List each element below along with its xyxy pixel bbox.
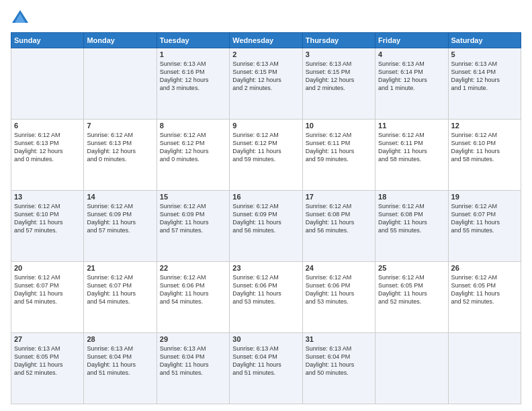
cell-content: Sunrise: 6:13 AM Sunset: 6:14 PM Dayligh…	[378, 60, 445, 93]
day-number: 24	[306, 264, 372, 272]
calendar-cell: 24Sunrise: 6:12 AM Sunset: 6:06 PM Dayli…	[302, 262, 375, 333]
calendar-page: SundayMondayTuesdayWednesdayThursdayFrid…	[0, 0, 532, 411]
day-number: 9	[232, 122, 299, 130]
day-number: 23	[232, 264, 299, 272]
cell-content: Sunrise: 6:12 AM Sunset: 6:06 PM Dayligh…	[232, 273, 299, 306]
calendar-cell: 7Sunrise: 6:12 AM Sunset: 6:13 PM Daylig…	[84, 120, 157, 191]
day-number: 29	[160, 335, 226, 343]
day-number: 12	[451, 122, 518, 130]
calendar-cell: 5Sunrise: 6:13 AM Sunset: 6:14 PM Daylig…	[448, 48, 521, 120]
cell-content: Sunrise: 6:12 AM Sunset: 6:05 PM Dayligh…	[378, 273, 445, 306]
day-number: 8	[160, 122, 226, 130]
cell-content: Sunrise: 6:13 AM Sunset: 6:04 PM Dayligh…	[160, 345, 226, 377]
header	[11, 8, 521, 27]
day-number: 16	[232, 193, 299, 201]
cell-content: Sunrise: 6:12 AM Sunset: 6:06 PM Dayligh…	[306, 273, 372, 306]
calendar-cell: 10Sunrise: 6:12 AM Sunset: 6:11 PM Dayli…	[302, 120, 375, 191]
calendar-week-1: 1Sunrise: 6:13 AM Sunset: 6:16 PM Daylig…	[11, 48, 521, 120]
cell-content: Sunrise: 6:12 AM Sunset: 6:11 PM Dayligh…	[306, 131, 372, 164]
calendar-cell	[375, 333, 448, 404]
cell-content: Sunrise: 6:12 AM Sunset: 6:07 PM Dayligh…	[451, 202, 518, 235]
calendar-header: SundayMondayTuesdayWednesdayThursdayFrid…	[11, 33, 521, 48]
cell-content: Sunrise: 6:12 AM Sunset: 6:07 PM Dayligh…	[87, 273, 153, 306]
calendar-cell: 20Sunrise: 6:12 AM Sunset: 6:07 PM Dayli…	[11, 262, 84, 333]
calendar-cell: 13Sunrise: 6:12 AM Sunset: 6:10 PM Dayli…	[11, 191, 84, 262]
weekday-header-wednesday: Wednesday	[230, 33, 302, 48]
calendar-cell: 25Sunrise: 6:12 AM Sunset: 6:05 PM Dayli…	[375, 262, 448, 333]
calendar-cell: 15Sunrise: 6:12 AM Sunset: 6:09 PM Dayli…	[157, 191, 229, 262]
calendar-table: SundayMondayTuesdayWednesdayThursdayFrid…	[11, 32, 521, 404]
calendar-cell: 17Sunrise: 6:12 AM Sunset: 6:08 PM Dayli…	[302, 191, 375, 262]
weekday-header-sunday: Sunday	[11, 33, 84, 48]
cell-content: Sunrise: 6:12 AM Sunset: 6:05 PM Dayligh…	[451, 273, 518, 306]
day-number: 1	[160, 50, 226, 58]
calendar-cell	[84, 48, 157, 120]
calendar-cell: 18Sunrise: 6:12 AM Sunset: 6:08 PM Dayli…	[375, 191, 448, 262]
calendar-cell	[11, 48, 84, 120]
cell-content: Sunrise: 6:12 AM Sunset: 6:08 PM Dayligh…	[306, 202, 372, 235]
calendar-week-5: 27Sunrise: 6:13 AM Sunset: 6:05 PM Dayli…	[11, 333, 521, 404]
day-number: 19	[451, 193, 518, 201]
cell-content: Sunrise: 6:12 AM Sunset: 6:13 PM Dayligh…	[87, 131, 153, 164]
weekday-header-friday: Friday	[375, 33, 448, 48]
cell-content: Sunrise: 6:13 AM Sunset: 6:15 PM Dayligh…	[232, 60, 299, 93]
calendar-cell: 9Sunrise: 6:12 AM Sunset: 6:12 PM Daylig…	[230, 120, 302, 191]
cell-content: Sunrise: 6:12 AM Sunset: 6:12 PM Dayligh…	[160, 131, 226, 164]
logo-icon	[11, 8, 30, 27]
day-number: 20	[14, 264, 81, 272]
day-number: 28	[87, 335, 153, 343]
calendar-cell: 1Sunrise: 6:13 AM Sunset: 6:16 PM Daylig…	[157, 48, 229, 120]
day-number: 4	[378, 50, 445, 58]
cell-content: Sunrise: 6:13 AM Sunset: 6:16 PM Dayligh…	[160, 60, 226, 93]
calendar-cell: 2Sunrise: 6:13 AM Sunset: 6:15 PM Daylig…	[230, 48, 302, 120]
weekday-header-row: SundayMondayTuesdayWednesdayThursdayFrid…	[11, 33, 521, 48]
cell-content: Sunrise: 6:12 AM Sunset: 6:12 PM Dayligh…	[232, 131, 299, 164]
day-number: 11	[378, 122, 445, 130]
day-number: 15	[160, 193, 226, 201]
calendar-cell: 28Sunrise: 6:13 AM Sunset: 6:04 PM Dayli…	[84, 333, 157, 404]
calendar-cell: 3Sunrise: 6:13 AM Sunset: 6:15 PM Daylig…	[302, 48, 375, 120]
calendar-cell: 11Sunrise: 6:12 AM Sunset: 6:11 PM Dayli…	[375, 120, 448, 191]
weekday-header-saturday: Saturday	[448, 33, 521, 48]
day-number: 30	[232, 335, 299, 343]
cell-content: Sunrise: 6:12 AM Sunset: 6:09 PM Dayligh…	[232, 202, 299, 235]
cell-content: Sunrise: 6:13 AM Sunset: 6:04 PM Dayligh…	[306, 345, 372, 377]
day-number: 5	[451, 50, 518, 58]
calendar-cell: 8Sunrise: 6:12 AM Sunset: 6:12 PM Daylig…	[157, 120, 229, 191]
calendar-cell: 21Sunrise: 6:12 AM Sunset: 6:07 PM Dayli…	[84, 262, 157, 333]
calendar-cell: 12Sunrise: 6:12 AM Sunset: 6:10 PM Dayli…	[448, 120, 521, 191]
calendar-cell: 27Sunrise: 6:13 AM Sunset: 6:05 PM Dayli…	[11, 333, 84, 404]
weekday-header-tuesday: Tuesday	[157, 33, 229, 48]
cell-content: Sunrise: 6:13 AM Sunset: 6:04 PM Dayligh…	[87, 345, 153, 377]
day-number: 25	[378, 264, 445, 272]
cell-content: Sunrise: 6:13 AM Sunset: 6:14 PM Dayligh…	[451, 60, 518, 93]
calendar-cell: 22Sunrise: 6:12 AM Sunset: 6:06 PM Dayli…	[157, 262, 229, 333]
cell-content: Sunrise: 6:12 AM Sunset: 6:09 PM Dayligh…	[160, 202, 226, 235]
calendar-week-2: 6Sunrise: 6:12 AM Sunset: 6:13 PM Daylig…	[11, 120, 521, 191]
day-number: 2	[232, 50, 299, 58]
calendar-body: 1Sunrise: 6:13 AM Sunset: 6:16 PM Daylig…	[11, 48, 521, 404]
calendar-cell: 16Sunrise: 6:12 AM Sunset: 6:09 PM Dayli…	[230, 191, 302, 262]
calendar-cell: 26Sunrise: 6:12 AM Sunset: 6:05 PM Dayli…	[448, 262, 521, 333]
day-number: 22	[160, 264, 226, 272]
weekday-header-thursday: Thursday	[302, 33, 375, 48]
cell-content: Sunrise: 6:13 AM Sunset: 6:15 PM Dayligh…	[306, 60, 372, 93]
cell-content: Sunrise: 6:13 AM Sunset: 6:05 PM Dayligh…	[14, 345, 81, 377]
calendar-cell: 29Sunrise: 6:13 AM Sunset: 6:04 PM Dayli…	[157, 333, 229, 404]
day-number: 21	[87, 264, 153, 272]
cell-content: Sunrise: 6:12 AM Sunset: 6:08 PM Dayligh…	[378, 202, 445, 235]
calendar-cell: 14Sunrise: 6:12 AM Sunset: 6:09 PM Dayli…	[84, 191, 157, 262]
day-number: 3	[306, 50, 372, 58]
day-number: 26	[451, 264, 518, 272]
calendar-week-3: 13Sunrise: 6:12 AM Sunset: 6:10 PM Dayli…	[11, 191, 521, 262]
calendar-cell: 6Sunrise: 6:12 AM Sunset: 6:13 PM Daylig…	[11, 120, 84, 191]
day-number: 6	[14, 122, 81, 130]
cell-content: Sunrise: 6:12 AM Sunset: 6:09 PM Dayligh…	[87, 202, 153, 235]
logo	[11, 8, 32, 27]
day-number: 10	[306, 122, 372, 130]
cell-content: Sunrise: 6:12 AM Sunset: 6:10 PM Dayligh…	[451, 131, 518, 164]
day-number: 14	[87, 193, 153, 201]
calendar-week-4: 20Sunrise: 6:12 AM Sunset: 6:07 PM Dayli…	[11, 262, 521, 333]
cell-content: Sunrise: 6:12 AM Sunset: 6:07 PM Dayligh…	[14, 273, 81, 306]
weekday-header-monday: Monday	[84, 33, 157, 48]
